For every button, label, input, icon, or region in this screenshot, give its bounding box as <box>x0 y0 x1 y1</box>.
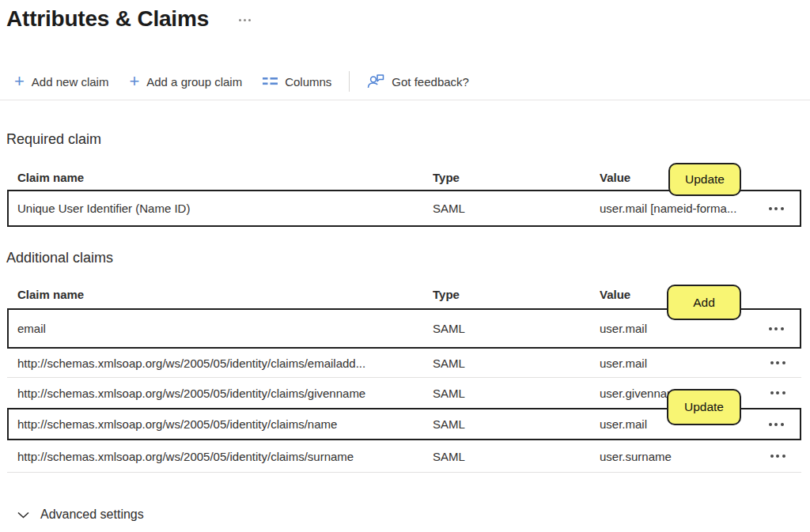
page-header: Attributes & Claims <box>6 6 252 32</box>
add-new-claim-button[interactable]: + Add new claim <box>14 74 108 89</box>
columns-icon <box>263 77 278 87</box>
advanced-settings-label: Advanced settings <box>40 507 144 522</box>
dot <box>248 19 251 21</box>
dot <box>244 19 246 21</box>
chevron-down-icon <box>17 511 29 519</box>
claim-type-cell: SAML <box>433 450 600 463</box>
page-title: Attributes & Claims <box>6 6 209 32</box>
row-actions-menu-icon[interactable] <box>766 202 787 215</box>
claim-name-cell[interactable]: Unique User Identifier (Name ID) <box>17 202 433 215</box>
claim-name-cell[interactable]: http://schemas.xmlsoap.org/ws/2005/05/id… <box>17 357 433 370</box>
add-new-claim-label: Add new claim <box>32 75 109 89</box>
dot <box>770 361 774 364</box>
dot <box>781 423 784 426</box>
toolbar-divider <box>349 71 350 92</box>
column-header-claim-name: Claim name <box>17 171 433 184</box>
claim-value-cell: user.mail <box>600 322 752 335</box>
required-claim-section-title: Required claim <box>6 131 101 148</box>
toolbar-separator <box>0 100 810 100</box>
columns-label: Columns <box>285 75 331 89</box>
plus-icon: + <box>14 74 25 89</box>
dot <box>782 455 785 458</box>
dot <box>781 327 784 330</box>
claim-type-cell: SAML <box>433 387 600 400</box>
claim-value-cell: user.mail [nameid-forma... <box>600 202 752 215</box>
add-group-claim-label: Add a group claim <box>146 75 242 89</box>
claim-value-cell: user.surname <box>600 450 754 463</box>
dot <box>782 391 785 394</box>
claim-name-cell[interactable]: email <box>17 322 433 335</box>
column-header-type: Type <box>433 171 600 184</box>
claim-type-cell: SAML <box>433 202 600 215</box>
feedback-icon <box>367 74 384 89</box>
annotation-callout-update-required: Update <box>668 163 741 196</box>
annotation-label: Update <box>685 172 725 187</box>
row-actions-menu-icon[interactable] <box>766 418 787 431</box>
claim-type-cell: SAML <box>433 322 600 335</box>
annotation-callout-update-name: Update <box>667 389 741 425</box>
claim-name-cell[interactable]: http://schemas.xmlsoap.org/ws/2005/05/id… <box>17 417 433 431</box>
claim-type-cell: SAML <box>433 357 600 370</box>
claim-type-cell: SAML <box>433 417 600 431</box>
command-bar: + Add new claim + Add a group claim Colu… <box>14 70 469 93</box>
claim-row-emailaddress[interactable]: http://schemas.xmlsoap.org/ws/2005/05/id… <box>7 349 801 378</box>
dot <box>776 391 779 394</box>
column-header-claim-name: Claim name <box>17 288 433 301</box>
row-actions-menu-icon[interactable] <box>767 450 789 462</box>
dot <box>774 207 778 210</box>
feedback-label: Got feedback? <box>392 75 469 89</box>
annotation-label: Add <box>693 296 715 310</box>
page-more-menu-icon[interactable] <box>237 17 252 23</box>
row-actions-menu-icon[interactable] <box>766 323 787 335</box>
row-actions-menu-icon[interactable] <box>767 357 789 369</box>
column-header-type: Type <box>433 288 600 301</box>
dot <box>776 361 779 364</box>
feedback-button[interactable]: Got feedback? <box>367 74 469 89</box>
plus-icon: + <box>129 74 139 89</box>
add-group-claim-button[interactable]: + Add a group claim <box>129 74 242 89</box>
dot <box>781 207 784 210</box>
dot <box>239 19 241 21</box>
dot <box>776 455 779 458</box>
columns-button[interactable]: Columns <box>263 75 331 89</box>
claim-name-cell[interactable]: http://schemas.xmlsoap.org/ws/2005/05/id… <box>17 387 433 400</box>
annotation-callout-add-email: Add <box>667 285 741 320</box>
dot <box>769 207 772 210</box>
row-actions-menu-icon[interactable] <box>767 387 789 399</box>
dot <box>769 327 772 330</box>
annotation-label: Update <box>684 400 724 414</box>
advanced-settings-toggle[interactable]: Advanced settings <box>17 507 144 522</box>
dot <box>782 361 785 364</box>
dot <box>769 423 772 426</box>
claim-row-surname[interactable]: http://schemas.xmlsoap.org/ws/2005/05/id… <box>7 440 801 473</box>
claim-name-cell[interactable]: http://schemas.xmlsoap.org/ws/2005/05/id… <box>17 450 433 463</box>
dot <box>770 391 774 394</box>
dot <box>774 423 778 426</box>
dot <box>774 327 778 330</box>
dot <box>770 455 774 458</box>
additional-claims-section-title: Additional claims <box>6 250 113 266</box>
claim-value-cell: user.mail <box>600 357 754 370</box>
